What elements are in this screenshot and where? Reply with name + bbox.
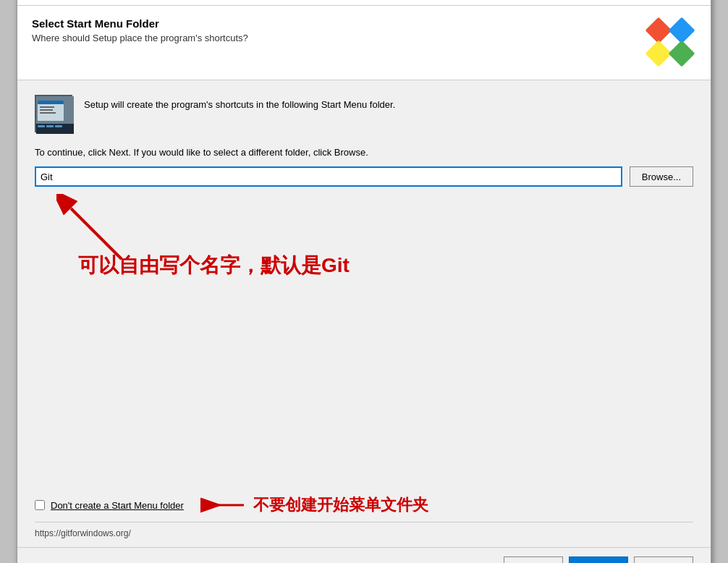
- svg-rect-4: [646, 41, 672, 67]
- svg-rect-14: [46, 125, 54, 127]
- folder-row: Browse...: [35, 166, 693, 187]
- annotation-area: 可以自由写个名字，默认是Git: [35, 201, 693, 331]
- folder-input[interactable]: [35, 166, 622, 187]
- svg-rect-3: [669, 17, 695, 43]
- url-text: https://gitforwindows.org/: [35, 522, 693, 538]
- info-text: Setup will create the program's shortcut…: [84, 95, 395, 112]
- svg-rect-9: [40, 106, 54, 108]
- main-content: Setup will create the program's shortcut…: [17, 80, 711, 486]
- annotation-chinese-1: 可以自由写个名字，默认是Git: [78, 252, 350, 279]
- no-start-menu-checkbox[interactable]: [35, 500, 45, 510]
- git-logo: [646, 17, 696, 68]
- svg-rect-8: [38, 101, 64, 104]
- no-start-menu-label[interactable]: Don't create a Start Menu folder: [51, 500, 184, 511]
- annotation-chinese-2: 不要创建开始菜单文件夹: [253, 494, 428, 516]
- title-bar: Git 2.18.0 Setup ─ □ ✕: [17, 0, 711, 6]
- svg-rect-2: [646, 17, 672, 43]
- checkbox-arrow: [190, 494, 247, 516]
- continue-text: To continue, click Next. If you would li…: [35, 147, 693, 158]
- header-text: Select Start Menu Folder Where should Se…: [32, 17, 248, 43]
- browse-button[interactable]: Browse...: [630, 166, 693, 187]
- back-button[interactable]: < Back: [504, 556, 563, 563]
- next-button[interactable]: Next >: [569, 556, 627, 563]
- footer: < Back Next > Cancel: [17, 547, 711, 563]
- svg-rect-10: [40, 109, 53, 111]
- svg-rect-15: [55, 125, 62, 127]
- checkbox-row: Don't create a Start Menu folder 不要创建开始菜…: [35, 494, 693, 516]
- info-box: Setup will create the program's shortcut…: [35, 95, 693, 132]
- page-subtitle: Where should Setup place the program's s…: [32, 33, 248, 43]
- shortcut-icon: [35, 95, 72, 132]
- svg-rect-13: [38, 125, 45, 127]
- svg-rect-5: [669, 41, 695, 67]
- setup-window: Git 2.18.0 Setup ─ □ ✕ Select Start Menu…: [17, 0, 711, 563]
- header-section: Select Start Menu Folder Where should Se…: [17, 6, 711, 80]
- svg-rect-11: [40, 112, 56, 114]
- page-title: Select Start Menu Folder: [32, 17, 248, 30]
- bottom-section: Don't create a Start Menu folder 不要创建开始菜…: [17, 486, 711, 547]
- cancel-button[interactable]: Cancel: [634, 556, 693, 563]
